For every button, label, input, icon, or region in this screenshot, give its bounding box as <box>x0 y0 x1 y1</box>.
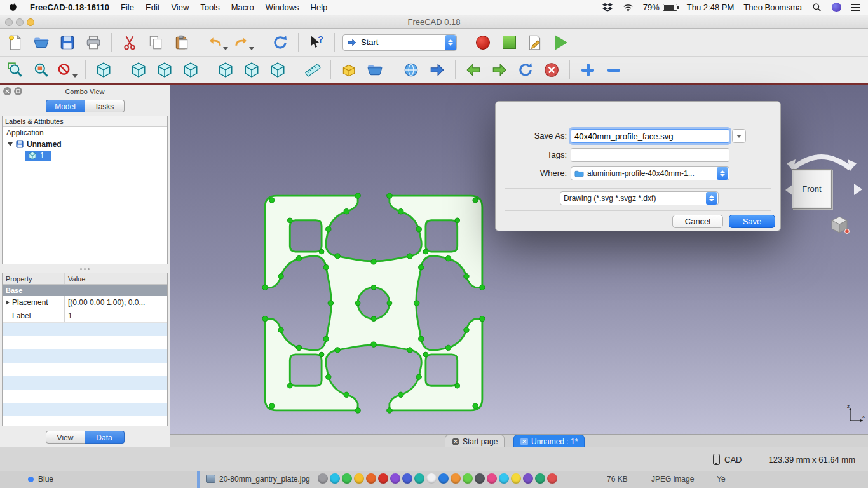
part-box-button[interactable] <box>339 60 359 80</box>
menu-help[interactable]: Help <box>311 3 328 12</box>
dock-app-icon[interactable] <box>487 473 497 484</box>
refresh-button[interactable] <box>270 32 290 53</box>
dock-app-icon[interactable] <box>318 473 328 484</box>
paste-button[interactable] <box>172 32 192 53</box>
fit-selection-button[interactable] <box>31 60 51 80</box>
draw-style-dropdown-arrow[interactable] <box>72 74 78 78</box>
dock-app-icon[interactable] <box>499 473 509 484</box>
macro-execute-button[interactable] <box>551 32 571 53</box>
format-dropdown-stepper[interactable] <box>706 192 717 205</box>
tab-data[interactable]: Data <box>85 431 125 444</box>
save-confirm-button[interactable]: Save <box>729 215 775 228</box>
dock-app-icon[interactable] <box>475 473 485 484</box>
view-top-button[interactable] <box>154 60 175 80</box>
menu-macro[interactable]: Macro <box>231 3 254 12</box>
dock-app-icon[interactable] <box>463 473 473 484</box>
zoom-in-button[interactable] <box>578 60 598 80</box>
page-stop-button[interactable] <box>541 60 562 80</box>
tab-tasks[interactable]: Tasks <box>85 100 125 112</box>
copy-button[interactable] <box>146 32 166 53</box>
dock-app-icon[interactable] <box>414 473 424 484</box>
measure-button[interactable] <box>302 60 323 80</box>
page-refresh-button[interactable] <box>515 60 536 80</box>
navcube-right-arrow[interactable] <box>854 184 862 195</box>
view-rear-button[interactable] <box>215 60 236 80</box>
column-value[interactable]: Value <box>65 275 167 283</box>
dock-app-icon[interactable] <box>426 473 437 484</box>
notification-center-icon[interactable] <box>851 4 860 11</box>
filename-input[interactable] <box>571 129 729 143</box>
property-group-base[interactable]: Base <box>3 285 167 296</box>
tree-document-row[interactable]: Unnamed <box>3 139 167 150</box>
dock-app-icon[interactable] <box>330 473 340 484</box>
navcube-mini-cube[interactable] <box>829 214 850 234</box>
redo-dropdown-arrow[interactable] <box>249 47 254 50</box>
undo-button[interactable] <box>208 32 228 53</box>
print-button[interactable] <box>83 32 104 53</box>
open-button[interactable] <box>31 32 51 53</box>
panel-float-icon[interactable] <box>14 87 22 95</box>
nav-forward-button[interactable] <box>489 60 510 80</box>
redo-button[interactable] <box>234 32 254 53</box>
macro-record-button[interactable] <box>473 32 493 53</box>
file-format-popup[interactable]: Drawing (*.svg *.svgz *.dxf) <box>560 191 719 205</box>
dock-app-icon[interactable] <box>547 473 557 484</box>
dock-app-icon[interactable] <box>342 473 352 484</box>
macro-stop-button[interactable] <box>499 32 519 53</box>
app-menu-title[interactable]: FreeCAD-0.18-16110 <box>30 3 109 12</box>
menu-file[interactable]: File <box>121 3 134 12</box>
wifi-icon[interactable] <box>623 2 634 13</box>
macro-edit-button[interactable] <box>525 32 545 53</box>
expand-sheet-button[interactable] <box>732 129 746 143</box>
nav-style-indicator[interactable]: CAD <box>713 447 742 471</box>
dock-app-icon[interactable] <box>523 473 533 484</box>
menu-tools[interactable]: Tools <box>200 3 219 12</box>
dock-app-icon[interactable] <box>535 473 545 484</box>
tab-model[interactable]: Model <box>46 100 85 112</box>
where-dropdown-stepper[interactable] <box>717 167 728 180</box>
property-value[interactable]: 1 <box>65 311 167 320</box>
view-axonometric-button[interactable] <box>93 60 114 80</box>
view-bottom-button[interactable] <box>241 60 262 80</box>
where-popup[interactable]: aluminium-profile-40x40mm-1... <box>571 166 729 180</box>
dock-app-icon[interactable] <box>511 473 521 484</box>
open-link-button[interactable] <box>427 60 447 80</box>
tab-start-page[interactable]: ✕ Start page <box>445 435 505 447</box>
whats-this-button[interactable] <box>306 32 327 53</box>
profile-sketch[interactable] <box>261 191 487 415</box>
cut-button[interactable] <box>119 32 140 53</box>
dock-app-icon[interactable] <box>402 473 412 484</box>
dock-app-icon[interactable] <box>438 473 449 484</box>
dock-app-icon[interactable] <box>451 473 461 484</box>
close-tab-icon[interactable]: ✕ <box>452 438 459 445</box>
save-button[interactable] <box>57 32 78 53</box>
dock-app-icon[interactable] <box>354 473 364 484</box>
tree-item-row[interactable]: 1 <box>3 150 167 161</box>
tags-input[interactable] <box>571 148 729 162</box>
menu-windows[interactable]: Windows <box>266 3 299 12</box>
dropbox-icon[interactable] <box>602 2 613 13</box>
menu-edit[interactable]: Edit <box>146 3 159 12</box>
zoom-out-button[interactable] <box>604 60 624 80</box>
finder-file-name[interactable]: 20-80mm_gantry_plate.jpg <box>219 475 310 484</box>
close-tab-icon[interactable]: ✕ <box>520 438 528 445</box>
spotlight-search-icon[interactable] <box>811 2 822 13</box>
view-front-button[interactable] <box>128 60 149 80</box>
view-left-button[interactable] <box>268 60 288 80</box>
siri-icon[interactable] <box>832 3 841 12</box>
menu-user[interactable]: Theo Boomsma <box>743 3 802 12</box>
panel-splitter[interactable] <box>0 266 170 272</box>
chevron-down-icon[interactable] <box>8 142 13 146</box>
chevron-right-icon[interactable] <box>6 300 10 305</box>
undo-dropdown-arrow[interactable] <box>223 47 228 50</box>
cancel-button[interactable]: Cancel <box>672 215 723 228</box>
column-property[interactable]: Property <box>3 273 65 284</box>
draw-style-button[interactable] <box>57 60 78 80</box>
apple-menu-icon[interactable] <box>8 2 18 13</box>
dock-app-icon[interactable] <box>378 473 388 484</box>
finder-tag-label[interactable]: Blue <box>38 475 53 484</box>
nav-back-button[interactable] <box>463 60 484 80</box>
property-value[interactable]: [(0.00 0.00 1.00); 0.0... <box>65 298 167 307</box>
navcube-front-face[interactable]: Front <box>792 169 832 209</box>
fit-all-button[interactable] <box>5 60 25 80</box>
